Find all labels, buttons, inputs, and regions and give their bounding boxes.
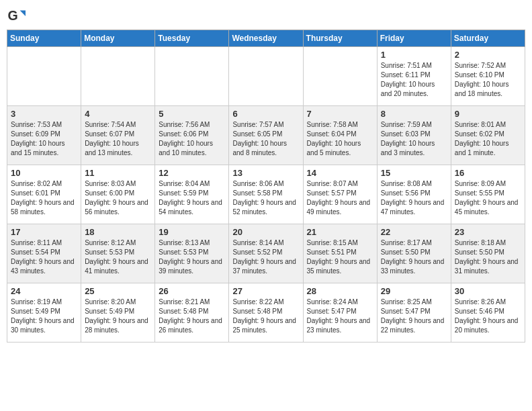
calendar-cell: 12Sunrise: 8:04 AM Sunset: 5:59 PM Dayli…	[155, 165, 229, 224]
day-info: Sunrise: 7:53 AM Sunset: 6:09 PM Dayligh…	[11, 120, 77, 158]
week-row-4: 24Sunrise: 8:19 AM Sunset: 5:49 PM Dayli…	[7, 283, 525, 342]
day-number: 15	[381, 168, 447, 178]
day-info: Sunrise: 8:02 AM Sunset: 6:01 PM Dayligh…	[11, 179, 77, 217]
day-number: 24	[11, 286, 77, 296]
day-info: Sunrise: 8:11 AM Sunset: 5:54 PM Dayligh…	[11, 238, 77, 276]
day-number: 6	[232, 109, 299, 119]
day-number: 16	[455, 168, 521, 178]
day-info: Sunrise: 8:08 AM Sunset: 5:56 PM Dayligh…	[381, 179, 447, 217]
day-info: Sunrise: 8:09 AM Sunset: 5:55 PM Dayligh…	[455, 179, 521, 217]
calendar-cell: 29Sunrise: 8:25 AM Sunset: 5:47 PM Dayli…	[377, 283, 451, 342]
weekday-header-monday: Monday	[81, 30, 155, 47]
day-info: Sunrise: 8:01 AM Sunset: 6:02 PM Dayligh…	[455, 120, 521, 158]
day-info: Sunrise: 8:26 AM Sunset: 5:46 PM Dayligh…	[455, 298, 521, 335]
day-info: Sunrise: 8:13 AM Sunset: 5:53 PM Dayligh…	[159, 238, 225, 276]
day-info: Sunrise: 7:57 AM Sunset: 6:05 PM Dayligh…	[232, 120, 299, 158]
calendar-cell	[7, 47, 81, 106]
day-number: 29	[381, 286, 447, 296]
calendar-cell: 21Sunrise: 8:15 AM Sunset: 5:51 PM Dayli…	[303, 224, 377, 283]
calendar-cell: 17Sunrise: 8:11 AM Sunset: 5:54 PM Dayli…	[7, 224, 81, 283]
day-number: 4	[85, 109, 151, 119]
calendar-cell: 3Sunrise: 7:53 AM Sunset: 6:09 PM Daylig…	[7, 106, 81, 165]
calendar-cell: 28Sunrise: 8:24 AM Sunset: 5:47 PM Dayli…	[303, 283, 377, 342]
calendar-cell: 14Sunrise: 8:07 AM Sunset: 5:57 PM Dayli…	[303, 165, 377, 224]
weekday-header-sunday: Sunday	[7, 30, 81, 47]
day-info: Sunrise: 8:12 AM Sunset: 5:53 PM Dayligh…	[85, 238, 151, 276]
day-number: 14	[307, 168, 373, 178]
calendar-cell: 26Sunrise: 8:21 AM Sunset: 5:48 PM Dayli…	[155, 283, 229, 342]
day-info: Sunrise: 7:56 AM Sunset: 6:06 PM Dayligh…	[159, 120, 225, 158]
svg-text:G: G	[7, 8, 17, 23]
calendar-cell: 16Sunrise: 8:09 AM Sunset: 5:55 PM Dayli…	[451, 165, 525, 224]
calendar-cell: 27Sunrise: 8:22 AM Sunset: 5:48 PM Dayli…	[229, 283, 303, 342]
day-info: Sunrise: 8:19 AM Sunset: 5:49 PM Dayligh…	[11, 298, 77, 335]
calendar-cell	[155, 47, 229, 106]
day-number: 23	[455, 227, 521, 237]
day-info: Sunrise: 7:51 AM Sunset: 6:11 PM Dayligh…	[381, 61, 447, 99]
calendar-cell: 25Sunrise: 8:20 AM Sunset: 5:49 PM Dayli…	[81, 283, 155, 342]
logo-icon: G	[7, 7, 26, 26]
day-number: 13	[232, 168, 299, 178]
calendar-cell: 23Sunrise: 8:18 AM Sunset: 5:50 PM Dayli…	[451, 224, 525, 283]
week-row-1: 3Sunrise: 7:53 AM Sunset: 6:09 PM Daylig…	[7, 106, 525, 165]
day-number: 9	[455, 109, 521, 119]
calendar-cell: 15Sunrise: 8:08 AM Sunset: 5:56 PM Dayli…	[377, 165, 451, 224]
day-info: Sunrise: 8:22 AM Sunset: 5:48 PM Dayligh…	[232, 298, 299, 335]
weekday-header-thursday: Thursday	[303, 30, 377, 47]
day-info: Sunrise: 8:04 AM Sunset: 5:59 PM Dayligh…	[159, 179, 225, 217]
calendar-cell: 22Sunrise: 8:17 AM Sunset: 5:50 PM Dayli…	[377, 224, 451, 283]
week-row-2: 10Sunrise: 8:02 AM Sunset: 6:01 PM Dayli…	[7, 165, 525, 224]
day-number: 25	[85, 286, 151, 296]
calendar-cell: 1Sunrise: 7:51 AM Sunset: 6:11 PM Daylig…	[377, 47, 451, 106]
calendar-cell: 5Sunrise: 7:56 AM Sunset: 6:06 PM Daylig…	[155, 106, 229, 165]
day-info: Sunrise: 7:59 AM Sunset: 6:03 PM Dayligh…	[381, 120, 447, 158]
day-info: Sunrise: 8:14 AM Sunset: 5:52 PM Dayligh…	[232, 238, 299, 276]
day-info: Sunrise: 8:03 AM Sunset: 6:00 PM Dayligh…	[85, 179, 151, 217]
day-number: 17	[11, 227, 77, 237]
calendar-cell	[303, 47, 377, 106]
day-number: 12	[159, 168, 225, 178]
day-number: 18	[85, 227, 151, 237]
calendar-table: SundayMondayTuesdayWednesdayThursdayFrid…	[7, 30, 525, 342]
calendar-cell	[81, 47, 155, 106]
day-info: Sunrise: 7:54 AM Sunset: 6:07 PM Dayligh…	[85, 120, 151, 158]
day-number: 27	[232, 286, 299, 296]
day-number: 22	[381, 227, 447, 237]
day-number: 5	[159, 109, 225, 119]
calendar-cell: 8Sunrise: 7:59 AM Sunset: 6:03 PM Daylig…	[377, 106, 451, 165]
day-number: 8	[381, 109, 447, 119]
calendar-cell	[229, 47, 303, 106]
svg-marker-1	[20, 11, 26, 16]
weekday-header-friday: Friday	[377, 30, 451, 47]
day-info: Sunrise: 7:58 AM Sunset: 6:04 PM Dayligh…	[307, 120, 373, 158]
day-info: Sunrise: 8:20 AM Sunset: 5:49 PM Dayligh…	[85, 298, 151, 335]
day-number: 21	[307, 227, 373, 237]
page-header: G	[7, 7, 525, 26]
weekday-header-wednesday: Wednesday	[229, 30, 303, 47]
calendar-cell: 7Sunrise: 7:58 AM Sunset: 6:04 PM Daylig…	[303, 106, 377, 165]
day-number: 7	[307, 109, 373, 119]
day-number: 28	[307, 286, 373, 296]
calendar-cell: 4Sunrise: 7:54 AM Sunset: 6:07 PM Daylig…	[81, 106, 155, 165]
day-info: Sunrise: 8:21 AM Sunset: 5:48 PM Dayligh…	[159, 298, 225, 335]
calendar-cell: 24Sunrise: 8:19 AM Sunset: 5:49 PM Dayli…	[7, 283, 81, 342]
week-row-0: 1Sunrise: 7:51 AM Sunset: 6:11 PM Daylig…	[7, 47, 525, 106]
day-info: Sunrise: 8:07 AM Sunset: 5:57 PM Dayligh…	[307, 179, 373, 217]
calendar-cell: 18Sunrise: 8:12 AM Sunset: 5:53 PM Dayli…	[81, 224, 155, 283]
day-number: 19	[159, 227, 225, 237]
weekday-header-tuesday: Tuesday	[155, 30, 229, 47]
calendar-cell: 11Sunrise: 8:03 AM Sunset: 6:00 PM Dayli…	[81, 165, 155, 224]
week-row-3: 17Sunrise: 8:11 AM Sunset: 5:54 PM Dayli…	[7, 224, 525, 283]
calendar-cell: 19Sunrise: 8:13 AM Sunset: 5:53 PM Dayli…	[155, 224, 229, 283]
calendar-cell: 10Sunrise: 8:02 AM Sunset: 6:01 PM Dayli…	[7, 165, 81, 224]
day-number: 1	[381, 50, 447, 60]
calendar-cell: 20Sunrise: 8:14 AM Sunset: 5:52 PM Dayli…	[229, 224, 303, 283]
day-number: 11	[85, 168, 151, 178]
day-info: Sunrise: 8:24 AM Sunset: 5:47 PM Dayligh…	[307, 298, 373, 335]
weekday-header-row: SundayMondayTuesdayWednesdayThursdayFrid…	[7, 30, 525, 47]
day-number: 10	[11, 168, 77, 178]
calendar-cell: 13Sunrise: 8:06 AM Sunset: 5:58 PM Dayli…	[229, 165, 303, 224]
day-number: 26	[159, 286, 225, 296]
calendar-body: 1Sunrise: 7:51 AM Sunset: 6:11 PM Daylig…	[7, 47, 525, 342]
calendar-cell: 2Sunrise: 7:52 AM Sunset: 6:10 PM Daylig…	[451, 47, 525, 106]
